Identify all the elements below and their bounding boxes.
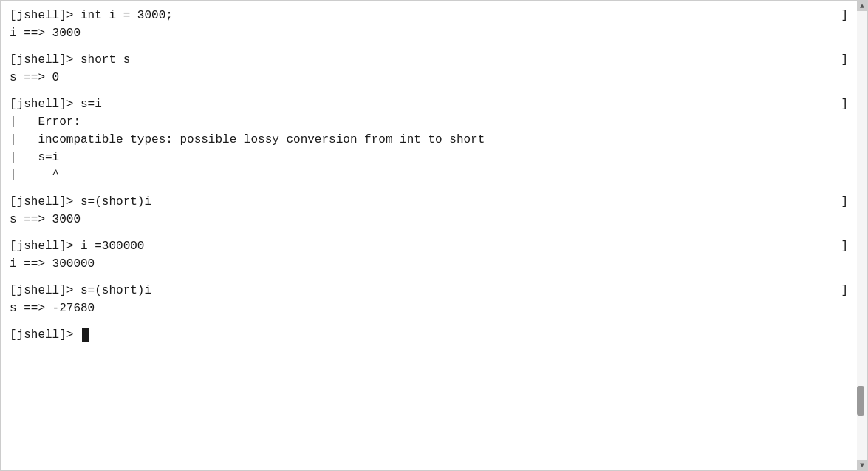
- prompt-text: [jshell]> i =300000: [10, 237, 841, 255]
- prompt-text: [jshell]> short s: [10, 51, 841, 69]
- output-line: i ==> 300000: [10, 255, 848, 273]
- output-line: s ==> -27680: [10, 299, 848, 317]
- scrollbar[interactable]: ▲ ▼: [857, 1, 867, 470]
- terminal-window: [jshell]> int i = 3000; ] i ==> 3000 [js…: [0, 0, 868, 471]
- terminal-row: [jshell]> s=(short)i ]: [10, 282, 848, 299]
- output-line: | s=i: [10, 149, 848, 166]
- terminal-row: [jshell]> s=(short)i ]: [10, 193, 848, 211]
- prompt-text: [jshell]> s=(short)i: [10, 282, 841, 299]
- spacer: [10, 87, 848, 95]
- scroll-up-arrow[interactable]: ▲: [857, 1, 867, 11]
- scrollbar-thumb[interactable]: [857, 386, 864, 416]
- terminal-row: [jshell]> int i = 3000; ]: [10, 7, 848, 24]
- spacer: [10, 273, 848, 282]
- output-line: | ^: [10, 166, 848, 184]
- right-bracket: ]: [841, 7, 848, 24]
- output-line: | incompatible types: possible lossy con…: [10, 131, 848, 149]
- scroll-down-arrow[interactable]: ▼: [857, 460, 867, 470]
- output-line: s ==> 3000: [10, 211, 848, 228]
- spacer: [10, 228, 848, 237]
- terminal-row: [jshell]> s=i ]: [10, 95, 848, 113]
- prompt-text: [jshell]> s=i: [10, 95, 841, 113]
- spacer: [10, 317, 848, 326]
- spacer: [10, 184, 848, 193]
- right-bracket: ]: [841, 193, 848, 211]
- prompt-text: [jshell]> s=(short)i: [10, 193, 841, 211]
- spacer: [10, 42, 848, 51]
- cursor-prompt-line: [jshell]>: [10, 326, 848, 344]
- right-bracket: ]: [841, 95, 848, 113]
- output-line: i ==> 3000: [10, 24, 848, 42]
- terminal-cursor: [82, 328, 89, 342]
- output-line: | Error:: [10, 113, 848, 131]
- terminal-output[interactable]: [jshell]> int i = 3000; ] i ==> 3000 [js…: [1, 1, 857, 470]
- right-bracket: ]: [841, 282, 848, 299]
- terminal-row: [jshell]> short s ]: [10, 51, 848, 69]
- prompt-text: [jshell]> int i = 3000;: [10, 7, 841, 24]
- right-bracket: ]: [841, 51, 848, 69]
- right-bracket: ]: [841, 237, 848, 255]
- scrollbar-track: [857, 11, 867, 460]
- terminal-row: [jshell]> i =300000 ]: [10, 237, 848, 255]
- output-line: s ==> 0: [10, 69, 848, 87]
